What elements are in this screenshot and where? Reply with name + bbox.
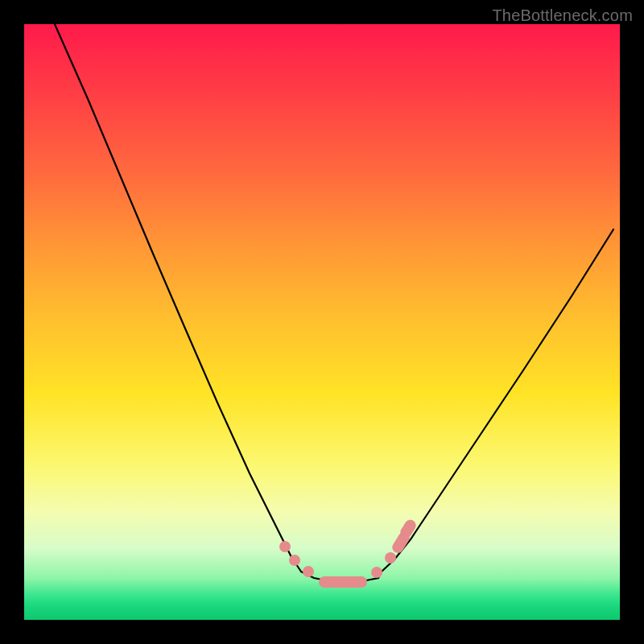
curve-bottom-line <box>301 572 382 583</box>
marker-dot <box>385 552 396 564</box>
marker-dot <box>279 541 291 552</box>
marker-pill <box>319 576 367 588</box>
watermark-label: TheBottleneck.com <box>492 6 633 25</box>
marker-pill <box>398 518 419 540</box>
marker-dot <box>289 555 300 566</box>
curve-left-line <box>55 24 301 572</box>
bottleneck-curve <box>24 24 620 620</box>
chart-stage: TheBottleneck.com <box>0 0 644 644</box>
marker-pill <box>390 530 412 555</box>
plot-area <box>24 24 620 620</box>
marker-dot <box>303 566 314 577</box>
curve-right-line <box>382 229 613 572</box>
marker-dot <box>371 567 382 578</box>
